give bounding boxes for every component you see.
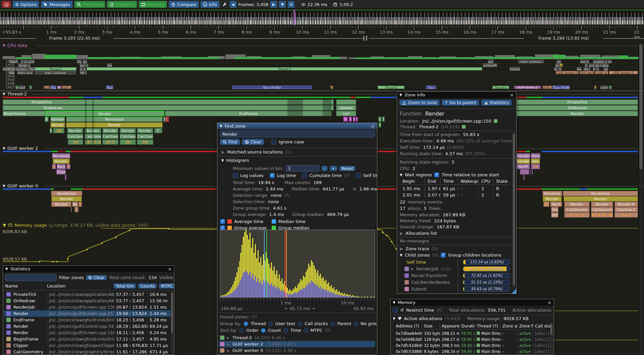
zone-block[interactable]: Draw xyxy=(56,169,66,175)
cpu-zone-block[interactable]: Tracy Profiler xyxy=(232,86,312,89)
cpu-zone-block[interactable]: s xyxy=(596,67,599,71)
cpu-zone-block[interactable]: tracy_sysn xyxy=(17,71,33,74)
thread-color-swatch[interactable] xyxy=(462,125,466,129)
zone-block[interactable]: EndFrame xyxy=(165,111,332,116)
memory-allocation-row[interactable]: 0x7dfc42d64032 bytes298.3 ms59.95 sMain … xyxy=(396,343,551,349)
memory-scrollbar-thumb[interactable] xyxy=(550,323,552,335)
memory-allocation-row[interactable]: 0x7dfc53d8988 bytes298.34 ms59.95 sMain … xyxy=(396,349,551,355)
stat-location[interactable]: jni/../jni/src/guif/Screen.cpp:257 xyxy=(47,311,114,316)
collapse-icon[interactable]: ▼ xyxy=(393,317,395,320)
zone-block[interactable]: 24 xyxy=(137,139,153,145)
cpu-zone-block[interactable]: au xyxy=(557,60,561,63)
table-row[interactable]: PrivateTickjni/../jni/src/claw/applicati… xyxy=(4,291,172,298)
cpu-zone-block[interactable]: sen ss xyxy=(580,60,589,63)
zone-block[interactable]: Render xyxy=(51,196,82,202)
memory-allocation-row[interactable]: 0x7e049b3d00128 bytes298.27 ms59.95 sMai… xyxy=(396,337,551,343)
cpu-zone-block[interactable]: M xyxy=(29,86,32,89)
collapse-icon[interactable]: ▼ xyxy=(3,44,5,47)
expand-icon[interactable]: ▶ xyxy=(221,149,225,154)
messages-button[interactable]: Messages xyxy=(41,1,72,8)
zone-block[interactable]: 5 xyxy=(78,202,82,207)
goto-frame-button[interactable]: ⊕ xyxy=(288,1,294,8)
cpu-data-header[interactable]: ▼CPU data xyxy=(3,43,28,48)
zone-block[interactable]: F xyxy=(154,128,162,133)
cpu-zone-block[interactable]: GUIF xyxy=(44,86,50,89)
expand-icon[interactable]: ▶ xyxy=(227,342,230,346)
find-zone-titlebar[interactable]: ▼Find zone× xyxy=(217,123,377,129)
zone-block[interactable]: call xyxy=(336,111,356,116)
radio-user-text[interactable] xyxy=(268,321,273,326)
zone-block[interactable]: Rend xyxy=(57,164,66,169)
table-row[interactable]: Renderjni/../jni/src/guif/Screen.cpp:257… xyxy=(4,310,172,317)
zone-block[interactable]: RerS xyxy=(550,202,562,207)
zone-block[interactable]: Re xyxy=(72,202,78,207)
zone-block[interactable]: S xyxy=(163,117,165,122)
zone-block[interactable]: Render xyxy=(517,111,638,116)
zone-block[interactable]: Render xyxy=(50,117,65,122)
collapse-icon[interactable]: ▼ xyxy=(399,93,402,97)
options-button[interactable]: ⚙Options xyxy=(13,1,39,8)
zone-block[interactable]: Render xyxy=(53,159,70,164)
table-row[interactable]: BeginFramejni/../jni/src/claw/gfx/drv/vk… xyxy=(4,336,172,342)
time-relative-checkbox[interactable] xyxy=(434,172,439,177)
cpu-zone-block[interactable]: kworke xyxy=(510,67,520,71)
zone-block[interactable] xyxy=(530,169,531,175)
memory-button[interactable]: Memory xyxy=(139,1,167,8)
zone-block[interactable]: CalcGeomet xyxy=(591,207,613,212)
min-bin-decrement-button[interactable]: - xyxy=(322,166,327,171)
zone-block[interactable]: RenderJ xyxy=(517,153,530,159)
min-bin-increment-button[interactable]: + xyxy=(330,166,337,171)
next-frame-button[interactable]: ▶ xyxy=(270,1,277,8)
zone-block[interactable]: RenderJo xyxy=(542,191,562,196)
table-row[interactable]: EndFramejni/../jni/src/claw/gfx/drv/vk/D… xyxy=(4,317,172,323)
zone-block[interactable]: Render xyxy=(67,128,83,133)
zone-block[interactable]: T xyxy=(382,117,385,122)
zone-block[interactable]: Render xyxy=(66,122,163,128)
close-icon[interactable]: × xyxy=(371,124,375,129)
group-children-checkbox[interactable] xyxy=(441,253,446,258)
zone-block[interactable]: CalcGeome xyxy=(564,207,590,212)
zone-block[interactable]: 22 C xyxy=(102,139,118,145)
cpu-zone-block[interactable]: m xyxy=(585,63,588,67)
radio-order[interactable] xyxy=(239,328,244,333)
reset-button[interactable]: Reset xyxy=(339,166,355,171)
zone-block[interactable]: PrivateTick xyxy=(517,99,638,105)
cpu-zone-block[interactable]: au xyxy=(554,67,558,71)
zone-block[interactable]: 17 xyxy=(543,202,549,207)
zoom-to-zone-button[interactable]: Zoom to zone xyxy=(399,100,439,105)
memory-usage-header[interactable]: ▼ Memory usage (y-range: 178.27 KB, visi… xyxy=(3,223,151,228)
zone-block[interactable]: Render xyxy=(45,111,164,116)
zone-block[interactable]: RerFF xyxy=(517,164,530,169)
cpu-zone-block[interactable]: Tracy xyxy=(106,86,113,89)
cpu-zone-block[interactable]: aux xyxy=(80,63,85,67)
cpu-zone-block[interactable]: k xyxy=(593,67,595,71)
sort-total-time-button[interactable]: Total tim xyxy=(114,283,136,289)
zone-block[interactable]: 24 xyxy=(68,139,83,145)
expand-icon[interactable]: ▶ xyxy=(227,349,230,352)
found-group-row[interactable]: ▶Thread-2(4,105) 6.46 s xyxy=(219,335,375,341)
cpu-zone-block[interactable]: Thread-2 xyxy=(87,67,482,71)
ignore-case-checkbox[interactable] xyxy=(271,139,276,144)
stat-location[interactable]: jni/../jni/src/guif/Screen.cpp:130 xyxy=(47,305,114,310)
zone-block[interactable]: 26 xyxy=(120,139,136,145)
zone-block[interactable]: CalcGeo xyxy=(120,134,136,139)
cpu-zone-block[interactable]: Tracy xyxy=(51,86,56,89)
zone-block[interactable]: 18 xyxy=(53,128,64,133)
cpu-zone-block[interactable]: GUIF work xyxy=(579,71,594,74)
cpu-zone-block[interactable]: sur xyxy=(488,60,493,63)
cpu-zone-block[interactable]: s xyxy=(86,63,88,67)
cpu-zone-block[interactable]: Thread-2 xyxy=(378,86,405,89)
cpu-zone-block[interactable]: Tf xyxy=(15,86,18,89)
table-row[interactable]: Renderjni/../jni/src/guif/Screen.cpp:150… xyxy=(4,329,172,336)
collapse-icon[interactable]: ▼ xyxy=(221,159,224,162)
cpu-zone-block[interactable]: Tracy Profiler xyxy=(553,86,570,89)
table-row[interactable]: Renderjni/../jni/src/guif/Control.cpp:34… xyxy=(4,323,172,329)
option-checkbox[interactable] xyxy=(270,173,275,178)
expand-icon[interactable]: ▶ xyxy=(411,267,414,271)
legend-checkbox[interactable] xyxy=(220,219,225,224)
zone-block[interactable]: Render xyxy=(543,196,562,202)
zone-block[interactable]: CalcGeo xyxy=(137,134,153,139)
cpu-zone-block[interactable]: A xyxy=(559,63,563,67)
help-icon[interactable]: (?) xyxy=(325,328,331,333)
prev-frame-button[interactable]: ◀ xyxy=(230,1,236,8)
